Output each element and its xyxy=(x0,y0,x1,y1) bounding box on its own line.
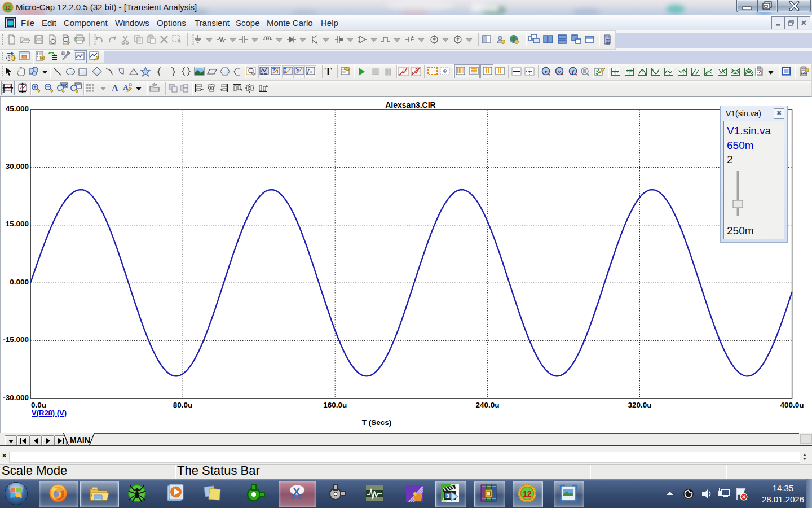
svg-text:80.0u: 80.0u xyxy=(173,401,193,409)
svg-text:240.0u: 240.0u xyxy=(475,401,499,409)
svg-text:3: 3 xyxy=(446,493,449,499)
svg-text:45.000: 45.000 xyxy=(6,104,29,113)
svg-text:12: 12 xyxy=(523,489,532,498)
svg-text:0.000: 0.000 xyxy=(10,278,29,286)
svg-text:12: 12 xyxy=(5,5,11,11)
svg-text:-: - xyxy=(745,213,748,220)
svg-text:T: T xyxy=(325,66,332,77)
svg-text:400.0u: 400.0u xyxy=(780,401,804,409)
svg-text:A: A xyxy=(112,83,119,93)
svg-text:T (Secs): T (Secs) xyxy=(362,418,392,427)
svg-text:-30.000: -30.000 xyxy=(3,393,29,402)
svg-text:MAIN: MAIN xyxy=(70,436,90,445)
svg-text:0.0u: 0.0u xyxy=(31,401,46,409)
svg-text:Alexsan3.CIR: Alexsan3.CIR xyxy=(385,100,435,110)
svg-text:15.000: 15.000 xyxy=(6,220,29,228)
svg-text:320.0u: 320.0u xyxy=(628,401,651,409)
svg-text:30.000: 30.000 xyxy=(6,162,29,170)
svg-text:-15.000: -15.000 xyxy=(3,335,29,344)
svg-text:V(R28) (V): V(R28) (V) xyxy=(32,409,67,417)
svg-text:160.0u: 160.0u xyxy=(323,401,347,409)
svg-text:-: - xyxy=(745,169,748,176)
svg-text:x: x xyxy=(544,69,548,75)
